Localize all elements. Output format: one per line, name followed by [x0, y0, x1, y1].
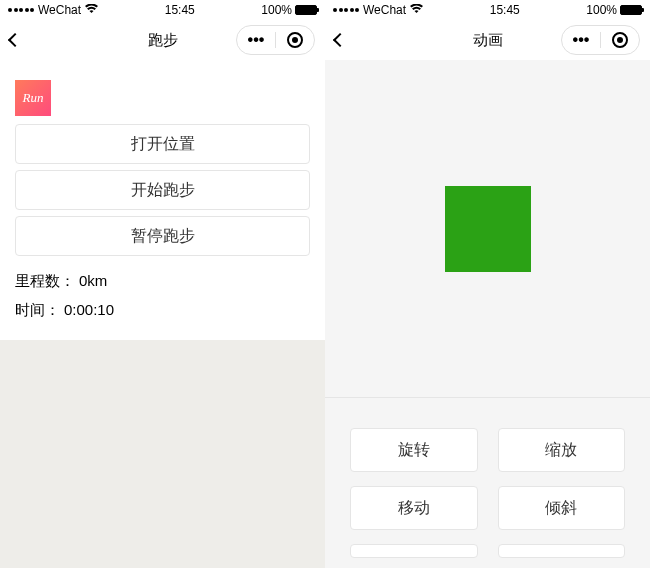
signal-dots-icon: [8, 8, 34, 12]
carrier-label: WeChat: [38, 3, 81, 17]
partial-button[interactable]: [498, 544, 626, 558]
distance-row: 里程数： 0km: [15, 272, 310, 291]
more-icon: •••: [248, 31, 265, 49]
rotate-button[interactable]: 旋转: [350, 428, 478, 472]
pause-run-button[interactable]: 暂停跑步: [15, 216, 310, 256]
close-miniprogram-button[interactable]: [276, 26, 314, 54]
stats-panel: 里程数： 0km 时间： 0:00:10: [0, 262, 325, 340]
phone-left: WeChat 15:45 100% 跑步 ••• Run 打开位置 开始跑步 暂…: [0, 0, 325, 568]
skew-button[interactable]: 倾斜: [498, 486, 626, 530]
distance-value: 0km: [79, 272, 107, 291]
signal-dots-icon: [333, 8, 359, 12]
content-area: 旋转 缩放 移动 倾斜: [325, 60, 650, 568]
status-left: WeChat: [8, 3, 98, 17]
map-view[interactable]: [0, 340, 325, 568]
page-title: 跑步: [148, 31, 178, 50]
more-icon: •••: [573, 31, 590, 49]
nav-bar: 跑步 •••: [0, 20, 325, 60]
target-icon: [287, 32, 303, 48]
battery-percent: 100%: [261, 3, 292, 17]
move-button[interactable]: 移动: [350, 486, 478, 530]
status-left: WeChat: [333, 3, 423, 17]
battery-icon: [295, 5, 317, 15]
more-button[interactable]: •••: [562, 26, 600, 54]
battery-icon: [620, 5, 642, 15]
wifi-icon: [85, 4, 98, 16]
wifi-icon: [410, 4, 423, 16]
action-button-group: 打开位置 开始跑步 暂停跑步: [0, 124, 325, 262]
page-title: 动画: [473, 31, 503, 50]
status-right: 100%: [261, 3, 317, 17]
status-time: 15:45: [490, 3, 520, 17]
time-value: 0:00:10: [64, 301, 114, 320]
chevron-left-icon: [333, 33, 347, 47]
content-area: Run 打开位置 开始跑步 暂停跑步 里程数： 0km 时间： 0:00:10: [0, 60, 325, 568]
scale-button[interactable]: 缩放: [498, 428, 626, 472]
capsule-menu: •••: [236, 25, 315, 55]
status-time: 15:45: [165, 3, 195, 17]
app-logo: Run: [15, 80, 51, 116]
start-run-button[interactable]: 开始跑步: [15, 170, 310, 210]
animation-controls: 旋转 缩放 移动 倾斜: [325, 398, 650, 568]
target-icon: [612, 32, 628, 48]
status-bar: WeChat 15:45 100%: [0, 0, 325, 20]
open-location-button[interactable]: 打开位置: [15, 124, 310, 164]
chevron-left-icon: [8, 33, 22, 47]
partial-button[interactable]: [350, 544, 478, 558]
animation-stage: [325, 60, 650, 398]
time-label: 时间：: [15, 301, 60, 320]
back-button[interactable]: [10, 35, 20, 45]
time-row: 时间： 0:00:10: [15, 301, 310, 320]
animated-box: [445, 186, 531, 272]
phone-right: WeChat 15:45 100% 动画 ••• 旋转 缩放 移动 倾斜: [325, 0, 650, 568]
status-right: 100%: [586, 3, 642, 17]
carrier-label: WeChat: [363, 3, 406, 17]
status-bar: WeChat 15:45 100%: [325, 0, 650, 20]
back-button[interactable]: [335, 35, 345, 45]
more-button[interactable]: •••: [237, 26, 275, 54]
nav-bar: 动画 •••: [325, 20, 650, 60]
distance-label: 里程数：: [15, 272, 75, 291]
battery-percent: 100%: [586, 3, 617, 17]
logo-text: Run: [23, 90, 44, 106]
capsule-menu: •••: [561, 25, 640, 55]
close-miniprogram-button[interactable]: [601, 26, 639, 54]
